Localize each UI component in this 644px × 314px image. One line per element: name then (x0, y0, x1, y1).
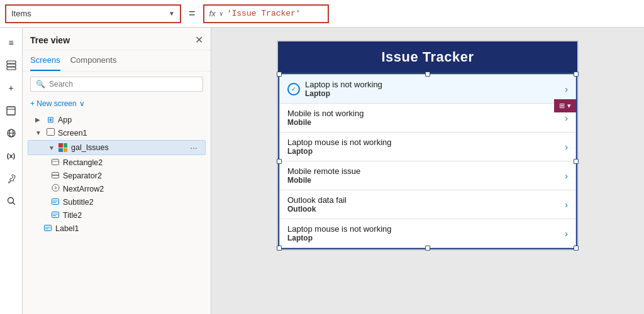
gallery-container[interactable]: ⊞ ▾ ✓ Laptop is not working Laptop › (278, 73, 577, 249)
issue-text: Mobile is not working Mobile (287, 109, 565, 127)
issue-item-5[interactable]: Laptop mouse is not working Laptop › (280, 219, 575, 247)
search-box: 🔍 (30, 77, 203, 92)
equals-sign: = (186, 7, 198, 20)
expand-icon: ▼ (48, 144, 56, 151)
node-label: gal_Issues (71, 143, 187, 152)
node-label: Label1 (55, 224, 203, 233)
node-label: Rectangle2 (63, 158, 203, 167)
handle-top-left (277, 72, 282, 77)
issue-subtitle: Mobile (287, 118, 565, 127)
label-icon (50, 197, 60, 207)
tree-panel: Tree view ✕ Screens Components 🔍 + New s… (23, 28, 211, 314)
svg-rect-7 (47, 129, 54, 136)
handle-top-center (425, 72, 430, 77)
gallery-corner-button[interactable]: ⊞ ▾ (554, 99, 576, 112)
svg-rect-1 (7, 61, 16, 63)
item-chevron-icon: › (565, 200, 568, 210)
issue-item-1[interactable]: Mobile is not working Mobile › (280, 104, 575, 133)
svg-rect-13 (45, 225, 52, 231)
node-label: Title2 (63, 211, 203, 220)
tree-close-button[interactable]: ✕ (195, 34, 203, 46)
tree-node-screen1[interactable]: ▼ Screen1 (23, 126, 211, 139)
node-label: NextArrow2 (63, 185, 203, 193)
label-icon (43, 224, 53, 233)
new-screen-chevron-icon: ∨ (79, 99, 85, 108)
issue-text: Outlook data fail Outlook (287, 195, 565, 214)
issue-item-3[interactable]: Mobile remote issue Mobile › (280, 161, 575, 190)
app-header: Issue Tracker (278, 41, 577, 73)
tree-node-app[interactable]: ▶ ⊞ App (23, 113, 211, 126)
tree-node-separator2[interactable]: Separator2 (23, 169, 211, 182)
svg-rect-11 (52, 199, 59, 205)
tree-node-label1[interactable]: Label1 (23, 222, 211, 235)
screen-icon (45, 128, 55, 138)
layers-icon[interactable] (1, 55, 21, 75)
more-options-icon[interactable]: ··· (190, 143, 197, 153)
tab-screens[interactable]: Screens (30, 50, 60, 71)
item-chevron-icon: › (565, 142, 568, 152)
handle-bottom-left (277, 246, 282, 251)
issue-item-2[interactable]: Laptop mouse is not working Laptop › (280, 133, 575, 161)
issue-subtitle: Laptop (287, 147, 565, 156)
fx-chevron-icon: ∨ (219, 10, 223, 18)
tree-node-title2[interactable]: Title2 (23, 208, 211, 222)
formula-text: 'Issue Tracker' (227, 9, 301, 18)
selected-circle-icon: ✓ (287, 83, 300, 95)
formula-bar[interactable]: fx ∨ 'Issue Tracker' (203, 4, 329, 23)
hamburger-icon[interactable]: ≡ (1, 33, 21, 53)
svg-point-6 (8, 198, 13, 203)
tree-node-gal-issues[interactable]: ▼ gal_Issues ··· (28, 140, 206, 155)
top-bar: Items ▼ = fx ∨ 'Issue Tracker' (0, 0, 644, 28)
issue-title: Laptop is not working (305, 80, 565, 89)
issue-text: Mobile remote issue Mobile (287, 166, 565, 185)
issue-subtitle: Laptop (287, 234, 565, 242)
svg-point-10 (52, 185, 59, 192)
tree-node-nextarrow2[interactable]: NextArrow2 (23, 182, 211, 195)
tools-icon[interactable] (1, 168, 21, 188)
expand-icon: ▼ (35, 129, 43, 136)
app-icon: ⊞ (45, 115, 55, 124)
rectangle-icon (50, 158, 60, 167)
handle-bottom-right (574, 246, 579, 251)
separator-icon (50, 171, 60, 180)
issue-subtitle: Mobile (287, 176, 565, 185)
add-icon[interactable]: + (1, 78, 21, 98)
tree-node-rectangle2[interactable]: Rectangle2 (23, 156, 211, 169)
main-content: ≡ + (x) Tree view ✕ Screens Components 🔍 (0, 28, 644, 314)
node-label: Screen1 (58, 129, 203, 138)
new-screen-button[interactable]: + New screen ∨ (23, 97, 211, 113)
app-frame: Issue Tracker ⊞ ▾ (277, 40, 579, 251)
corner-btn-icon: ⊞ (559, 102, 565, 110)
search-icon-sidebar[interactable] (1, 191, 21, 211)
arrow-icon (50, 184, 60, 193)
tree-tabs: Screens Components (23, 50, 211, 72)
issue-title: Laptop mouse is not working (287, 138, 565, 147)
svg-rect-0 (7, 64, 16, 67)
svg-rect-12 (52, 212, 59, 218)
tab-components[interactable]: Components (70, 50, 117, 71)
data-icon[interactable] (1, 123, 21, 143)
issue-list: ✓ Laptop is not working Laptop › Mobile … (279, 74, 576, 248)
items-dropdown-label: Items (11, 9, 31, 18)
left-icons-sidebar: ≡ + (x) (0, 28, 23, 314)
issue-text: Laptop is not working Laptop (305, 80, 565, 98)
tree-node-subtitle2[interactable]: Subtitle2 (23, 195, 211, 208)
items-dropdown[interactable]: Items ▼ (5, 4, 181, 23)
issue-subtitle: Laptop (305, 89, 565, 98)
search-input[interactable] (49, 80, 197, 89)
handle-mid-right (574, 159, 579, 164)
item-chevron-icon: › (565, 84, 568, 94)
issue-item-4[interactable]: Outlook data fail Outlook › (280, 190, 575, 219)
box-icon[interactable] (1, 100, 21, 121)
fx-label: fx (209, 9, 216, 18)
svg-rect-8 (52, 160, 59, 165)
search-icon: 🔍 (36, 80, 45, 89)
label-icon (50, 210, 60, 220)
issue-text: Laptop mouse is not working Laptop (287, 224, 565, 242)
tree-header: Tree view ✕ (23, 28, 211, 50)
variable-icon[interactable]: (x) (1, 146, 21, 166)
issue-title: Laptop mouse is not working (287, 224, 565, 234)
issue-item-0[interactable]: ✓ Laptop is not working Laptop › (280, 75, 575, 104)
handle-mid-left (277, 159, 282, 164)
item-chevron-icon: › (565, 229, 568, 239)
